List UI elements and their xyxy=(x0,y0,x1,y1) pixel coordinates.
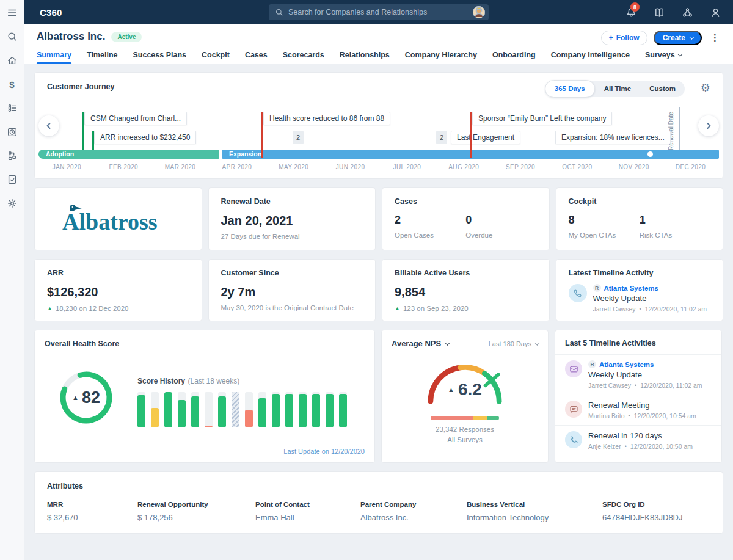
activity-title[interactable]: Weekly Update xyxy=(588,370,702,379)
create-button[interactable]: Create xyxy=(654,31,702,45)
axis-month: SEP 2020 xyxy=(492,164,549,170)
dot-separator: • xyxy=(629,413,630,419)
activity-list-item[interactable]: R Atlanta Systems Weekly Update Jarrett … xyxy=(555,355,721,395)
hierarchy-icon[interactable] xyxy=(5,149,19,162)
event-flag xyxy=(261,112,263,158)
tasks-icon[interactable] xyxy=(5,173,19,186)
chat-icon xyxy=(565,401,582,418)
activity-time: 12/20/2020, 11:02 am xyxy=(645,305,707,313)
journey-settings-gear-icon[interactable]: ⚙ xyxy=(701,82,710,94)
global-search-input[interactable]: Search for Companies and Relationships xyxy=(269,4,489,20)
activity-author: Martina Brito xyxy=(588,412,625,420)
app-title: C360 xyxy=(40,7,62,18)
renewal-date-value: Jan 20, 2021 xyxy=(221,214,363,228)
tab-scorecards[interactable]: Scorecards xyxy=(283,51,324,63)
event-last-engagement[interactable]: Last Engagement xyxy=(451,131,520,144)
relationship-badge: R xyxy=(588,360,596,368)
activity-title[interactable]: Renewal Meeting xyxy=(588,401,696,410)
notifications-bell-icon[interactable]: 8 xyxy=(624,5,638,19)
attribute-point-of-contact: Point of ContactEmma Hall xyxy=(255,501,360,522)
settings-icon[interactable] xyxy=(5,197,19,210)
company-logo-card: Albatross xyxy=(34,187,202,250)
billable-users-value: 9,854 xyxy=(395,285,537,299)
follow-button[interactable]: + Follow xyxy=(601,31,647,45)
tab-cockpit[interactable]: Cockpit xyxy=(202,51,230,63)
range-custom[interactable]: Custom xyxy=(640,81,685,97)
dot-separator: • xyxy=(640,306,641,312)
search-icon[interactable] xyxy=(5,30,19,43)
relationships-network-icon[interactable] xyxy=(680,5,694,19)
activity-title[interactable]: Renewal in 120 days xyxy=(588,431,693,440)
more-options-kebab-icon[interactable]: ⋮ xyxy=(708,31,722,45)
axis-month: MAR 2020 xyxy=(152,164,209,170)
company-name: Albatross Inc. xyxy=(37,31,105,43)
phone-icon xyxy=(569,284,587,302)
timeline-icon[interactable] xyxy=(5,101,19,115)
activity-list-item[interactable]: Renewal in 120 days Anje Keizer•12/20/20… xyxy=(555,426,721,456)
event-count-badge[interactable]: 2 xyxy=(293,131,304,144)
health-last-update: Last Update on 12/20/2020 xyxy=(283,448,365,455)
dot-separator: • xyxy=(635,382,636,388)
journey-next-button[interactable] xyxy=(698,115,719,136)
notifications-count-badge: 8 xyxy=(630,2,640,12)
card-title: Cases xyxy=(395,197,537,206)
card-title: Customer Since xyxy=(221,269,363,277)
card-title: Latest Timeline Activity xyxy=(569,269,711,277)
stage-adoption[interactable]: Adoption xyxy=(38,150,219,159)
trend-up-icon: ▲ xyxy=(448,386,454,393)
tab-success-plans[interactable]: Success Plans xyxy=(133,51,186,63)
context-link[interactable]: Atlanta Systems xyxy=(604,285,658,292)
activity-author: Jarrett Cawsey xyxy=(593,305,636,313)
email-icon xyxy=(565,360,582,377)
range-all-time[interactable]: All Time xyxy=(595,81,641,97)
tab-onboarding[interactable]: Onboarding xyxy=(492,51,536,63)
journey-prev-button[interactable] xyxy=(38,115,59,136)
event-csm-changed[interactable]: CSM Changed from Charl... xyxy=(84,112,187,125)
nps-range-dropdown[interactable]: Last 180 Days xyxy=(489,340,538,347)
home-icon[interactable] xyxy=(5,54,19,67)
customer-since-value: 2y 7m xyxy=(221,285,363,299)
activity-author: Anje Keizer xyxy=(588,443,621,450)
card-title: Overall Health Score xyxy=(45,340,119,348)
axis-month: OCT 2020 xyxy=(549,164,605,170)
tab-timeline[interactable]: Timeline xyxy=(87,51,117,63)
context-link[interactable]: Atlanta Systems xyxy=(599,361,654,368)
tab-surveys[interactable]: Surveys xyxy=(645,51,681,63)
tab-summary[interactable]: Summary xyxy=(37,51,71,63)
tab-relationships[interactable]: Relationships xyxy=(340,51,390,63)
tab-cases[interactable]: Cases xyxy=(245,51,268,63)
range-365-days[interactable]: 365 Days xyxy=(545,80,595,98)
main-content: Customer Journey 365 Days All Time Custo… xyxy=(24,64,733,560)
trend-up-icon: ▲ xyxy=(395,305,400,311)
nps-title-dropdown[interactable]: Average NPS xyxy=(392,339,448,348)
activity-title[interactable]: Weekly Update xyxy=(593,294,707,303)
attribute-renewal-opportunity: Renewal Opportunity$ 178,256 xyxy=(137,501,255,522)
score-history: Score History (Last 18 weeks) xyxy=(137,375,362,427)
event-expansion[interactable]: Expansion: 18% new licences... xyxy=(555,131,671,144)
event-arr-increased[interactable]: ARR increased to $232,450 xyxy=(94,131,196,144)
avatar[interactable] xyxy=(473,6,485,18)
revenue-icon[interactable]: $ xyxy=(5,78,19,91)
event-count-badge[interactable]: 2 xyxy=(436,131,447,144)
risk-ctas-label: Risk CTAs xyxy=(640,231,710,239)
schedule-icon[interactable] xyxy=(5,125,19,139)
tab-company-hierarchy[interactable]: Company Hierarchy xyxy=(405,51,477,63)
axis-month: JUL 2020 xyxy=(379,164,436,170)
relationship-badge: R xyxy=(593,284,601,292)
nps-distribution-bar xyxy=(431,416,499,420)
knowledge-book-icon[interactable] xyxy=(652,5,666,19)
journey-range-toggle: 365 Days All Time Custom xyxy=(545,81,685,97)
activity-author: Jarrett Cawsey xyxy=(588,382,631,389)
tab-company-intelligence[interactable]: Company Intelligence xyxy=(551,51,630,63)
axis-month: JAN 2020 xyxy=(38,164,95,170)
topbar-actions: 8 xyxy=(624,0,722,24)
chevron-down-icon xyxy=(677,51,682,56)
event-sponsor-left[interactable]: Sponsor “Emily Burn” Left the company xyxy=(472,112,612,125)
card-title: Last 5 Timeline Activities xyxy=(555,330,721,355)
activity-list-item[interactable]: Renewal Meeting Martina Brito•12/20/2020… xyxy=(555,395,721,426)
open-cases-label: Open Cases xyxy=(395,231,465,239)
profile-icon[interactable] xyxy=(709,5,722,19)
menu-icon[interactable] xyxy=(5,6,19,20)
event-health-score[interactable]: Health score reduced to 86 from 88 xyxy=(263,112,390,125)
axis-month: NOV 2020 xyxy=(605,164,662,170)
